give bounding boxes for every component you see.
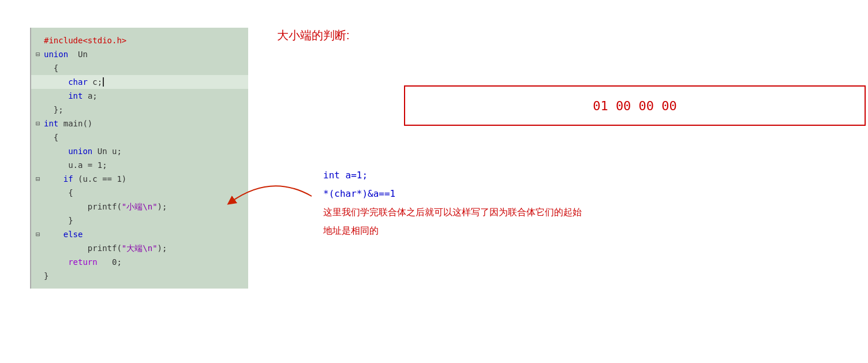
brace-semi: }; — [44, 103, 63, 116]
union-keyword-2: union — [68, 145, 92, 158]
else-keyword: else — [63, 228, 83, 241]
printf1-fn: printf( — [44, 200, 122, 213]
ua-assign: u.a = 1; — [44, 159, 107, 171]
union-var: Un u; — [92, 145, 122, 158]
code-line-7: ⊟ int main() — [31, 117, 248, 130]
annotation-panel: 大小端的判断: 01 00 00 00 int a=1; *(char*)&a=… — [277, 28, 831, 55]
ann-line-4: 地址是相同的 — [323, 222, 582, 240]
code-line-6: }; — [31, 103, 248, 117]
union-name: Un — [68, 48, 88, 61]
fold-icon-7: ⊟ — [36, 117, 43, 130]
indent-4 — [44, 76, 68, 88]
int-keyword-2: int — [44, 117, 58, 130]
code-line-2: ⊟ union Un — [31, 47, 248, 61]
ann-line-3: 这里我们学完联合体之后就可以这样写了因为联合体它们的起始 — [323, 203, 582, 222]
ann-text-line4: 地址是相同的 — [323, 226, 379, 235]
char-keyword: char — [68, 76, 88, 88]
printf2-end: ); — [158, 242, 167, 255]
return-keyword: return — [68, 256, 98, 268]
fold-icon-6 — [36, 103, 43, 116]
if-close: } — [44, 214, 73, 227]
char-var: c; — [88, 76, 102, 88]
code-line-13: printf( "小端\n" ); — [31, 200, 248, 214]
code-annotation-block: int a=1; *(char*)&a==1 这里我们学完联合体之后就可以这样写… — [323, 166, 582, 240]
code-panel: #include<stdio.h> ⊟ union Un { char c; i… — [30, 28, 248, 289]
if-keyword: if — [63, 173, 73, 185]
code-line-11: ⊟ if (u.c == 1) — [31, 172, 248, 186]
printf2-fn: printf( — [44, 242, 122, 255]
indent-5 — [44, 89, 68, 102]
fold-icon-11: ⊟ — [36, 173, 43, 185]
ann-code-line1: int a=1; — [323, 170, 368, 181]
ann-code-line2: *(char*)&a==1 — [323, 188, 395, 199]
code-line-5: int a; — [31, 89, 248, 103]
printf1-end: ); — [158, 200, 167, 213]
code-line-9: union Un u; — [31, 144, 248, 158]
fold-icon-10 — [36, 159, 43, 171]
fold-icon-13 — [36, 200, 43, 213]
code-line-1: #include<stdio.h> — [31, 33, 248, 47]
code-line-8: { — [31, 130, 248, 144]
int-keyword-1: int — [68, 89, 83, 102]
if-cond: (u.c == 1) — [73, 173, 127, 185]
fold-icon-3 — [36, 62, 43, 74]
code-line-3: { — [31, 61, 248, 75]
printf2-str: "大端\n" — [122, 242, 158, 255]
printf1-str: "小端\n" — [122, 200, 158, 213]
ann-line-1: int a=1; — [323, 166, 582, 185]
fold-icon-17 — [36, 256, 43, 268]
hex-display-box: 01 00 00 00 — [404, 85, 866, 126]
section-title: 大小端的判断: — [277, 28, 831, 43]
fold-icon-5 — [36, 89, 43, 102]
code-line-17: return 0; — [31, 255, 248, 269]
fold-icon-4 — [36, 76, 43, 88]
fold-icon-15: ⊟ — [36, 228, 43, 241]
return-val: 0; — [98, 256, 122, 268]
code-line-15: ⊟ else — [31, 227, 248, 241]
indent-17 — [44, 256, 68, 268]
main-func: main() — [58, 117, 92, 130]
code-line-14: } — [31, 214, 248, 227]
code-line-12: { — [31, 186, 248, 200]
fold-icon-18 — [36, 270, 43, 282]
union-keyword: union — [44, 48, 68, 61]
text-cursor — [103, 77, 104, 87]
fold-icon-9 — [36, 145, 43, 158]
indent-9 — [44, 145, 68, 158]
int-var: a; — [83, 89, 97, 102]
main-open: { — [44, 131, 58, 144]
fold-icon-14 — [36, 214, 43, 227]
indent-15 — [44, 228, 63, 241]
fold-icon-2: ⊟ — [36, 48, 43, 61]
hex-value: 01 00 00 00 — [593, 99, 677, 113]
code-line-4: char c; — [31, 75, 248, 89]
code-line-18: } — [31, 269, 248, 283]
ann-text-line3: 这里我们学完联合体之后就可以这样写了因为联合体它们的起始 — [323, 207, 582, 217]
fold-icon-16 — [36, 242, 43, 255]
indent-11 — [44, 173, 63, 185]
if-brace: { — [44, 186, 73, 199]
code-line-10: u.a = 1; — [31, 158, 248, 172]
code-line-16: printf( "大端\n" ); — [31, 241, 248, 255]
fold-icon-8 — [36, 131, 43, 144]
fold-icon-12 — [36, 186, 43, 199]
fold-icon-1 — [36, 34, 43, 47]
main-close: } — [44, 270, 48, 282]
include-directive: #include<stdio.h> — [44, 34, 126, 47]
ann-line-2: *(char*)&a==1 — [323, 185, 582, 203]
brace-open: { — [44, 62, 58, 74]
